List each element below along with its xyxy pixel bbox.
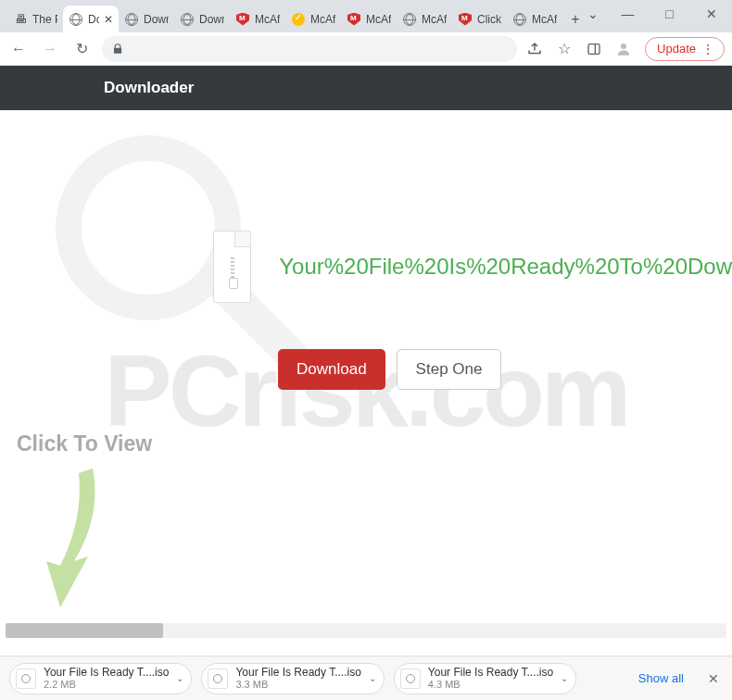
tab-title: McAf: [366, 13, 391, 26]
download-filename: Your File Is Ready T....iso: [428, 667, 553, 679]
bookmark-star-icon[interactable]: ☆: [556, 41, 573, 57]
webpage-content: Downloader PCrisk.com Your%20File%20Is%2…: [0, 66, 732, 640]
download-button[interactable]: Download: [278, 349, 385, 390]
maximize-button[interactable]: □: [649, 0, 690, 28]
tab-title: McAf: [310, 13, 335, 26]
tab-title: McAf: [422, 13, 447, 26]
browser-toolbar: ← → ↻ ☆ Update ⋮: [0, 32, 732, 66]
toolbar-right: ☆ Update ⋮: [526, 37, 725, 61]
download-item[interactable]: Your File Is Ready T....iso 4.3 MB ⌄: [394, 663, 576, 694]
download-bar: Your File Is Ready T....iso 2.2 MB ⌄ You…: [0, 656, 732, 700]
share-icon[interactable]: [526, 41, 543, 57]
tab-title: Do: [88, 13, 99, 26]
download-filename: Your File Is Ready T....iso: [235, 667, 360, 679]
click-to-view-label: Click To View: [17, 431, 152, 456]
file-row: Your%20File%20Is%20Ready%20To%20Dow: [0, 231, 732, 303]
mcafee-icon: [235, 12, 250, 27]
tab-title: Down: [144, 13, 169, 26]
tab[interactable]: McAf: [285, 6, 341, 32]
window-controls: ⌄ — □ ✕: [579, 0, 732, 28]
download-text: Your File Is Ready T....iso 2.2 MB: [44, 667, 169, 690]
chevron-down-icon[interactable]: ⌄: [176, 673, 183, 683]
tab[interactable]: McAf: [341, 6, 397, 32]
menu-dots-icon: ⋮: [701, 42, 714, 56]
reload-button[interactable]: ↻: [70, 38, 93, 60]
zip-file-icon: [213, 231, 251, 303]
horizontal-scrollbar[interactable]: [6, 623, 726, 638]
download-size: 4.3 MB: [428, 679, 553, 690]
download-item[interactable]: Your File Is Ready T....iso 2.2 MB ⌄: [9, 663, 192, 694]
tab-overflow-button[interactable]: ⌄: [579, 0, 607, 28]
minimize-button[interactable]: —: [607, 0, 649, 28]
mcafee-icon: [347, 12, 361, 27]
update-button[interactable]: Update ⋮: [645, 37, 725, 61]
step-one-button[interactable]: Step One: [397, 349, 502, 390]
tab[interactable]: Down: [174, 6, 230, 32]
mcafee-icon: [458, 12, 473, 27]
tab[interactable]: Down: [119, 6, 174, 32]
update-label: Update: [657, 42, 696, 56]
tab[interactable]: 🖶 The P: [7, 6, 63, 32]
side-panel-icon[interactable]: [586, 41, 602, 57]
download-text: Your File Is Ready T....iso 3.3 MB: [235, 667, 360, 690]
tab[interactable]: McAf: [507, 6, 562, 32]
globe-icon: [512, 12, 527, 27]
tab-title: McAf: [532, 13, 557, 26]
tab[interactable]: McAf: [397, 6, 452, 32]
close-tab-icon[interactable]: ✕: [104, 13, 113, 26]
zipper-icon: [228, 257, 237, 285]
svg-rect-0: [588, 44, 599, 54]
globe-icon: [124, 12, 139, 27]
download-text: Your File Is Ready T....iso 4.3 MB: [428, 667, 553, 690]
close-download-bar-button[interactable]: ✕: [704, 668, 723, 690]
chevron-down-icon[interactable]: ⌄: [561, 673, 568, 683]
close-window-button[interactable]: ✕: [690, 0, 732, 28]
tab-title: McAf: [255, 13, 280, 26]
scrollbar-thumb[interactable]: [6, 623, 163, 638]
ready-text: Your%20File%20Is%20Ready%20To%20Dow: [279, 254, 732, 280]
page-brand: Downloader: [104, 79, 194, 97]
tab[interactable]: McAf: [230, 6, 285, 32]
tab-title: Down: [199, 13, 224, 26]
tab[interactable]: Click: [452, 6, 507, 32]
button-row: Download Step One: [0, 349, 732, 390]
tab-active[interactable]: Do ✕: [63, 6, 119, 32]
back-button[interactable]: ←: [7, 38, 30, 60]
tab-title: The P: [32, 13, 57, 26]
show-all-downloads-link[interactable]: Show all: [638, 671, 684, 685]
globe-icon: [180, 12, 195, 27]
download-size: 3.3 MB: [235, 679, 360, 690]
download-filename: Your File Is Ready T....iso: [44, 667, 169, 679]
download-size: 2.2 MB: [44, 679, 169, 690]
chevron-down-icon[interactable]: ⌄: [369, 673, 376, 683]
iso-file-icon: [16, 669, 36, 689]
arrow-down-icon: [37, 459, 120, 620]
forward-button[interactable]: →: [39, 38, 61, 60]
check-icon: [291, 12, 306, 27]
svg-point-2: [621, 44, 626, 49]
address-bar[interactable]: [102, 36, 517, 62]
printer-icon: 🖶: [13, 12, 28, 27]
profile-icon[interactable]: [615, 41, 632, 57]
download-item[interactable]: Your File Is Ready T....iso 3.3 MB ⌄: [201, 663, 384, 694]
page-header: Downloader: [0, 66, 732, 110]
content-area: Your%20File%20Is%20Ready%20To%20Dow Down…: [0, 110, 732, 390]
tab-title: Click: [477, 13, 501, 26]
globe-icon: [69, 12, 83, 27]
iso-file-icon: [208, 669, 228, 689]
iso-file-icon: [400, 669, 421, 689]
globe-icon: [402, 12, 417, 27]
lock-icon: [111, 43, 124, 56]
